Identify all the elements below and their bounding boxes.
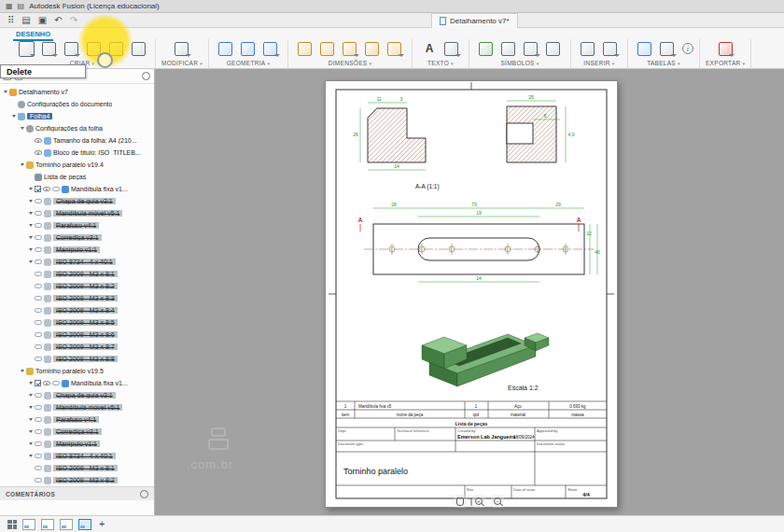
group-label-texto[interactable]: TEXTO▾ bbox=[427, 60, 454, 66]
add-sheet-button[interactable]: + bbox=[97, 519, 106, 529]
tree-item[interactable]: ISO 2009 - M3 x 8:1 bbox=[0, 268, 154, 280]
caret-icon[interactable] bbox=[21, 163, 24, 166]
caret-icon[interactable] bbox=[29, 236, 33, 239]
tree-item[interactable]: Detalhamento v7 bbox=[0, 86, 154, 98]
tree-item[interactable]: Mandíbula móvel v5:1 bbox=[0, 401, 154, 413]
redo-icon[interactable]: ↷ bbox=[70, 16, 77, 25]
pan-icon[interactable] bbox=[454, 495, 467, 508]
feature-control-frame-icon[interactable] bbox=[521, 39, 541, 58]
group-label-simbolos[interactable]: SÍMBOLOS▾ bbox=[500, 60, 539, 66]
tree-item[interactable]: Lista de peças bbox=[0, 171, 154, 183]
sheet-grid-icon[interactable] bbox=[7, 520, 17, 529]
caret-icon[interactable] bbox=[29, 406, 33, 409]
caret-icon[interactable] bbox=[29, 248, 33, 251]
window-file-icon[interactable]: ▤ bbox=[18, 2, 25, 10]
tree-item[interactable]: ISO 2009 - M3 x 8:2 bbox=[0, 280, 154, 292]
tree-item[interactable]: ISO 2009 - M3 x 8:3 bbox=[0, 292, 154, 304]
comments-bar[interactable]: COMENTÁRIOS bbox=[0, 486, 154, 500]
tree-item[interactable]: ISO 2009 - M3 x 8:1 bbox=[0, 462, 154, 474]
eye-icon[interactable] bbox=[35, 150, 42, 155]
caret-icon[interactable] bbox=[29, 224, 33, 227]
tree-item[interactable]: Folha4 bbox=[0, 110, 154, 122]
tree-item[interactable]: ISO 2009 - M3 x 8:6 bbox=[0, 329, 154, 341]
eye-icon[interactable] bbox=[43, 187, 50, 191]
tree-item[interactable]: Bloco de título: ISO_TITLEB... bbox=[0, 147, 154, 159]
group-label-dimensoes[interactable]: DIMENSÕES▾ bbox=[329, 60, 372, 66]
visibility-checkbox[interactable] bbox=[35, 380, 41, 386]
visibility-checkbox[interactable] bbox=[35, 186, 41, 192]
chain-dimension-icon[interactable] bbox=[362, 39, 383, 58]
auxiliary-view-icon[interactable] bbox=[61, 39, 81, 58]
center-mark-icon[interactable] bbox=[238, 39, 259, 58]
caret-icon[interactable] bbox=[12, 115, 16, 118]
comments-expand-icon[interactable] bbox=[140, 490, 148, 498]
document-tab[interactable]: Detalhamento v7* bbox=[431, 13, 518, 28]
dimension-icon[interactable] bbox=[295, 39, 315, 58]
sheet-thumb-4-active[interactable] bbox=[78, 519, 91, 530]
export-pdf-icon[interactable] bbox=[715, 39, 735, 58]
tree-item[interactable]: Torninho paralelo v19.5 bbox=[0, 365, 154, 377]
tree-item[interactable]: Torninho paralelo v19.4 bbox=[0, 159, 154, 171]
caret-icon[interactable] bbox=[29, 418, 33, 421]
table-icon[interactable] bbox=[635, 39, 655, 58]
tree-item[interactable]: Chapa de guia v3:1 bbox=[0, 389, 154, 401]
tree-item[interactable]: ISO 2009 - M3 x 8:4 bbox=[0, 304, 154, 316]
group-label-inserir[interactable]: INSERIR▾ bbox=[583, 60, 614, 66]
panel-collapse-icon[interactable] bbox=[142, 72, 150, 80]
tree-item[interactable]: ISO 2009 - M3 x 8:2 bbox=[0, 474, 154, 486]
tree-item[interactable]: Mandíbula fixa v1... bbox=[0, 183, 154, 195]
zoom-in-icon[interactable]: + bbox=[472, 495, 485, 508]
caret-icon[interactable] bbox=[21, 370, 24, 372]
tree-item[interactable]: ISO 8734 - 4 x 40:1 bbox=[0, 450, 154, 462]
datum-icon[interactable] bbox=[498, 39, 519, 58]
tree-item[interactable]: ISO 2009 - M3 x 8:8 bbox=[0, 353, 154, 365]
tree-item[interactable]: Manípulo v1:1 bbox=[0, 438, 154, 450]
balloon-icon[interactable] bbox=[657, 39, 678, 58]
tree-item[interactable]: ISO 2009 - M3 x 8:7 bbox=[0, 341, 154, 353]
tree-item[interactable]: Manípulo v1:1 bbox=[0, 244, 154, 256]
tree-item[interactable]: Tamanho da folha: A4 (210... bbox=[0, 134, 154, 147]
caret-icon[interactable] bbox=[29, 212, 33, 215]
save-icon[interactable]: ▣ bbox=[38, 16, 47, 25]
insert-image-icon[interactable] bbox=[578, 39, 598, 58]
tree-item[interactable]: ISO 8734 - 4 x 40:1 bbox=[0, 256, 154, 268]
ordinate-dimension-icon[interactable] bbox=[317, 39, 338, 58]
eye-icon[interactable] bbox=[43, 381, 50, 385]
sheet-wrapper[interactable]: 11 3 25 26 8 14 4,0 A-A (1:1) bbox=[325, 80, 618, 508]
caret-icon[interactable] bbox=[4, 91, 7, 93]
hole-note-icon[interactable] bbox=[385, 39, 405, 58]
drawing-sheet[interactable]: 11 3 25 26 8 14 4,0 A-A (1:1) bbox=[325, 80, 618, 508]
leader-text-icon[interactable] bbox=[441, 39, 462, 58]
file-menu-icon[interactable]: ▤ bbox=[21, 16, 30, 25]
weld-symbol-icon[interactable] bbox=[543, 39, 564, 58]
caret-icon[interactable] bbox=[29, 430, 33, 433]
insert-dwg-icon[interactable] bbox=[600, 39, 621, 58]
tree-item[interactable]: Configurações do documento bbox=[0, 98, 154, 110]
edge-extension-icon[interactable] bbox=[260, 39, 281, 58]
caret-icon[interactable] bbox=[29, 442, 33, 445]
caret-icon[interactable] bbox=[29, 188, 33, 190]
tree-item[interactable]: ISO 2009 - M3 x 8:5 bbox=[0, 316, 154, 329]
move-icon[interactable] bbox=[172, 39, 192, 58]
caret-icon[interactable] bbox=[29, 260, 33, 263]
drawing-canvas[interactable]: 11 3 25 26 8 14 4,0 A-A (1:1) bbox=[155, 69, 784, 515]
text-icon[interactable]: A bbox=[419, 39, 440, 58]
break-view-icon[interactable] bbox=[128, 39, 148, 58]
tree-item[interactable]: Corrediça v3:1 bbox=[0, 426, 154, 438]
tree-item[interactable]: Mandíbula móvel v5:1 bbox=[0, 207, 154, 219]
tree-item[interactable]: Mandíbula fixa v1... bbox=[0, 377, 154, 389]
tree-item[interactable]: Corrediça v3:1 bbox=[0, 231, 154, 244]
undo-icon[interactable]: ↶ bbox=[54, 16, 62, 25]
window-grid-icon[interactable]: ▦ bbox=[6, 2, 13, 10]
group-label-modificar[interactable]: MODIFICAR▾ bbox=[161, 60, 203, 66]
tree-item[interactable]: Configurações da folha bbox=[0, 122, 154, 134]
group-label-exportar[interactable]: EXPORTAR▾ bbox=[706, 60, 745, 66]
group-label-tabelas[interactable]: TABELAS▾ bbox=[647, 60, 680, 66]
tree-item[interactable]: Parafuso v4:1 bbox=[0, 219, 154, 231]
info-icon[interactable]: i bbox=[682, 43, 693, 54]
caret-icon[interactable] bbox=[29, 382, 33, 385]
group-label-geometria[interactable]: GEOMETRIA▾ bbox=[227, 60, 271, 66]
tree-item[interactable]: Parafuso v4:1 bbox=[0, 413, 154, 426]
app-grid-icon[interactable]: ⠿ bbox=[7, 16, 14, 25]
surface-texture-icon[interactable] bbox=[476, 39, 497, 58]
